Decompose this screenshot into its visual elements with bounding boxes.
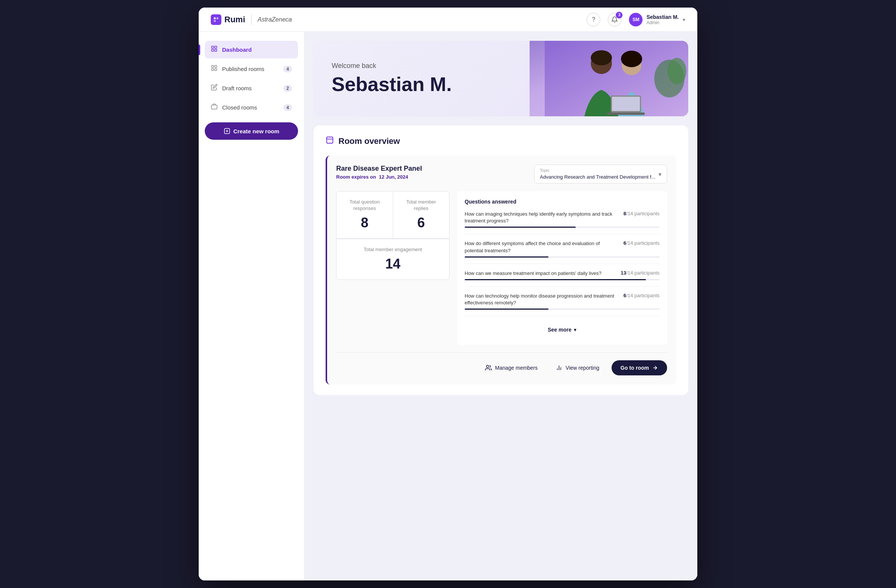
- welcome-text: Welcome back Sebastian M.: [332, 62, 452, 96]
- question-participants: 13/14 participants: [621, 270, 660, 276]
- svg-rect-8: [215, 65, 217, 67]
- stat-engagement: Total member engagement 14: [337, 239, 449, 279]
- question-item: How can imaging techniques help identify…: [465, 211, 660, 234]
- stat-question-label: Total question responses: [344, 199, 385, 212]
- app-name: Rumi: [224, 15, 245, 25]
- svg-rect-22: [607, 113, 645, 115]
- user-info[interactable]: SM Sebastian M. Admin ▾: [629, 13, 685, 26]
- progress-bar: [465, 256, 660, 258]
- topic-info: Topic Advancing Research and Treatment D…: [540, 168, 655, 180]
- help-icon: ?: [592, 16, 595, 23]
- svg-point-24: [667, 58, 686, 84]
- manage-members-button[interactable]: Manage members: [479, 361, 544, 374]
- question-text: How can technology help monitor disease …: [465, 293, 619, 306]
- questions-header: Questions answered: [465, 199, 660, 205]
- notification-button[interactable]: 3: [608, 13, 621, 26]
- sidebar-item-published-rooms[interactable]: Published rooms 4: [205, 60, 298, 78]
- question-row: How do different symptoms affect the cho…: [465, 240, 660, 254]
- expires-label: Room expires on: [336, 174, 376, 180]
- draft-rooms-badge: 2: [283, 85, 292, 92]
- stats-grid: Total question responses 8 Total member …: [336, 191, 450, 280]
- sidebar-published-label: Published rooms: [222, 66, 264, 72]
- chevron-down-icon: ▾: [683, 17, 685, 23]
- svg-rect-21: [612, 97, 640, 111]
- svg-rect-25: [327, 137, 333, 144]
- avatar: SM: [629, 13, 643, 26]
- sidebar-draft-label: Draft rooms: [222, 85, 252, 91]
- progress-fill: [465, 256, 548, 258]
- svg-point-19: [621, 51, 642, 67]
- nav-right: ? 3 SM Sebastian M. Admin ▾: [587, 13, 685, 26]
- progress-fill: [465, 227, 576, 228]
- nav-divider: [251, 14, 252, 25]
- stats-column: Total question responses 8 Total member …: [336, 191, 450, 345]
- svg-rect-9: [212, 69, 213, 71]
- go-to-room-label: Go to room: [621, 365, 649, 371]
- topic-value: Advancing Research and Treatment Develop…: [540, 174, 655, 180]
- progress-bar: [465, 309, 660, 310]
- sidebar-item-draft-rooms[interactable]: Draft rooms 2: [205, 79, 298, 97]
- questions-column: Questions answered How can imaging techn…: [457, 191, 667, 345]
- welcome-greeting: Welcome back: [332, 62, 452, 70]
- question-participants: 6/14 participants: [624, 240, 660, 246]
- question-participants: 6/14 participants: [624, 293, 660, 298]
- notification-badge: 3: [616, 12, 623, 19]
- question-row: How can we measure treatment impact on p…: [465, 270, 660, 277]
- svg-point-26: [487, 366, 489, 368]
- card-header: Room overview: [326, 136, 676, 147]
- help-button[interactable]: ?: [587, 13, 600, 26]
- room-panel: Rare Disease Expert Panel Room expires o…: [326, 156, 676, 384]
- rumi-icon: [211, 14, 221, 25]
- stat-question-value: 8: [344, 215, 385, 231]
- sidebar-dashboard-label: Dashboard: [222, 46, 252, 53]
- stat-engagement-value: 14: [344, 256, 442, 272]
- closed-rooms-icon: [211, 103, 218, 112]
- create-room-label: Create new room: [233, 128, 280, 134]
- room-actions: Manage members View reporting Go to roo: [336, 352, 667, 375]
- room-overview-icon: [326, 136, 334, 147]
- user-role: Admin: [646, 20, 679, 25]
- question-item: How can technology help monitor disease …: [465, 293, 660, 316]
- question-text: How can we measure treatment impact on p…: [465, 270, 616, 277]
- svg-point-17: [591, 50, 612, 65]
- question-item: How do different symptoms affect the cho…: [465, 240, 660, 264]
- expires-date: 12 Jun, 2024: [379, 174, 408, 180]
- room-header: Rare Disease Expert Panel Room expires o…: [336, 165, 667, 184]
- progress-bar: [465, 227, 660, 228]
- question-item: How can we measure treatment impact on p…: [465, 270, 660, 287]
- svg-rect-3: [212, 46, 213, 48]
- room-title: Rare Disease Expert Panel: [336, 165, 422, 173]
- sidebar-item-closed-rooms[interactable]: Closed rooms 4: [205, 99, 298, 116]
- svg-rect-1: [216, 17, 218, 19]
- published-rooms-icon: [211, 65, 218, 73]
- see-more-row[interactable]: See more ▾: [465, 322, 660, 337]
- svg-rect-11: [212, 105, 217, 109]
- question-row: How can imaging techniques help identify…: [465, 211, 660, 224]
- question-row: How can technology help monitor disease …: [465, 293, 660, 306]
- dashboard-icon: [211, 45, 218, 54]
- go-to-room-button[interactable]: Go to room: [612, 360, 667, 375]
- card-title: Room overview: [338, 136, 400, 146]
- svg-rect-2: [214, 20, 216, 22]
- stat-question-responses: Total question responses 8: [337, 191, 393, 238]
- topic-selector[interactable]: Topic Advancing Research and Treatment D…: [534, 165, 667, 184]
- sidebar-closed-label: Closed rooms: [222, 104, 257, 111]
- user-text: Sebastian M. Admin: [646, 14, 679, 25]
- top-nav: Rumi AstraZeneca ? 3 SM Sebastian M. Adm…: [199, 8, 697, 32]
- stat-member-replies: Total member replies 6: [393, 191, 450, 238]
- closed-rooms-badge: 4: [283, 104, 292, 111]
- room-title-section: Rare Disease Expert Panel Room expires o…: [336, 165, 422, 180]
- welcome-name: Sebastian M.: [332, 73, 452, 96]
- stat-engagement-label: Total member engagement: [344, 247, 442, 253]
- svg-rect-0: [214, 17, 216, 19]
- draft-rooms-icon: [211, 84, 218, 93]
- create-room-button[interactable]: Create new room: [205, 122, 298, 140]
- stat-replies-value: 6: [401, 215, 442, 231]
- view-reporting-button[interactable]: View reporting: [550, 361, 605, 374]
- banner-image: [530, 41, 688, 116]
- main-layout: Dashboard Published rooms 4: [199, 32, 697, 580]
- sidebar-item-dashboard[interactable]: Dashboard: [205, 41, 298, 59]
- manage-members-label: Manage members: [495, 365, 538, 371]
- active-indicator: [199, 45, 200, 55]
- welcome-banner: Welcome back Sebastian M.: [314, 41, 688, 116]
